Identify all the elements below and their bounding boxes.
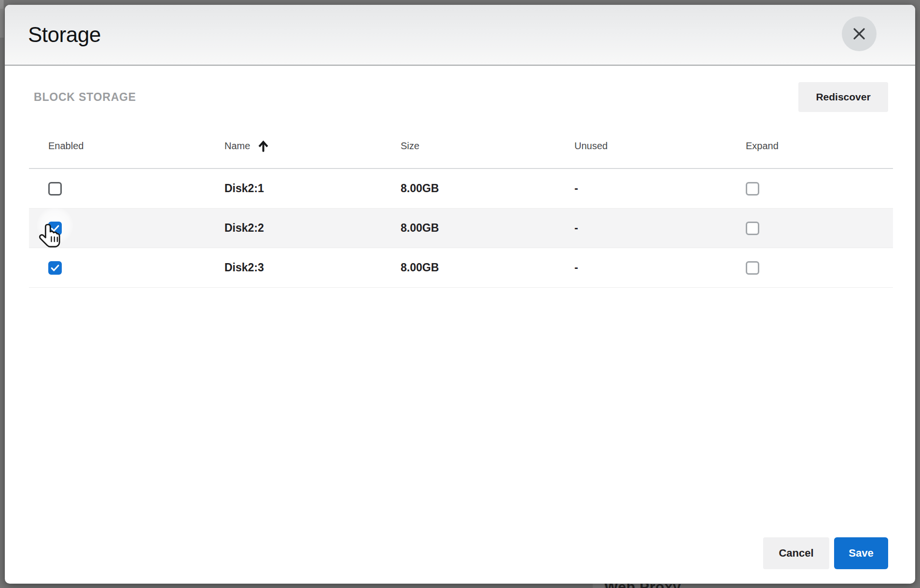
expand-cell	[746, 222, 893, 235]
disk-unused: -	[574, 182, 746, 195]
disk-name: Disk2:1	[224, 182, 401, 195]
enabled-checkbox[interactable]	[48, 261, 62, 275]
table-row: Disk2:3 8.00GB -	[29, 248, 893, 288]
disk-unused: -	[574, 222, 746, 235]
close-button[interactable]	[842, 16, 877, 51]
column-header-expand: Expand	[746, 140, 893, 152]
expand-cell	[746, 182, 893, 196]
column-header-enabled: Enabled	[29, 140, 224, 152]
disk-name: Disk2:2	[224, 222, 401, 235]
table-row: Disk2:1 8.00GB -	[29, 169, 893, 209]
backdrop-fragment	[0, 0, 4, 38]
enabled-cell	[29, 222, 224, 235]
disk-size: 8.00GB	[401, 222, 574, 235]
expand-checkbox[interactable]	[746, 182, 759, 196]
section-header-row: BLOCK STORAGE Rediscover	[29, 66, 888, 113]
backdrop-fragment	[593, 584, 604, 588]
disk-unused: -	[574, 261, 746, 274]
rediscover-button[interactable]: Rediscover	[798, 82, 888, 112]
disk-size: 8.00GB	[401, 261, 574, 274]
column-header-size: Size	[401, 140, 574, 152]
close-icon	[851, 26, 867, 42]
column-header-name[interactable]: Name	[224, 140, 401, 153]
save-button[interactable]: Save	[834, 537, 888, 569]
expand-cell	[746, 261, 893, 275]
sort-ascending-icon	[257, 140, 270, 153]
table-header-row: Enabled Name Size Unused	[29, 124, 893, 169]
dialog-footer: Cancel Save	[763, 537, 888, 569]
expand-checkbox[interactable]	[746, 222, 759, 235]
column-header-unused: Unused	[574, 140, 746, 152]
enabled-cell	[29, 261, 224, 275]
dialog-body: BLOCK STORAGE Rediscover Enabled Name	[5, 66, 915, 584]
storage-dialog: Storage BLOCK STORAGE Rediscover Enabled…	[5, 5, 915, 584]
dialog-header: Storage	[5, 5, 915, 66]
table-row: Disk2:2 8.00GB -	[29, 209, 893, 248]
block-storage-table: Enabled Name Size Unused	[29, 124, 893, 288]
expand-checkbox[interactable]	[746, 261, 759, 275]
enabled-cell	[29, 182, 224, 196]
disk-size: 8.00GB	[401, 182, 574, 195]
enabled-checkbox[interactable]	[48, 222, 62, 235]
page-title: Storage	[28, 23, 101, 47]
enabled-checkbox[interactable]	[48, 182, 62, 196]
block-storage-heading: BLOCK STORAGE	[29, 91, 136, 104]
disk-name: Disk2:3	[224, 261, 401, 274]
cancel-button[interactable]: Cancel	[763, 537, 829, 569]
